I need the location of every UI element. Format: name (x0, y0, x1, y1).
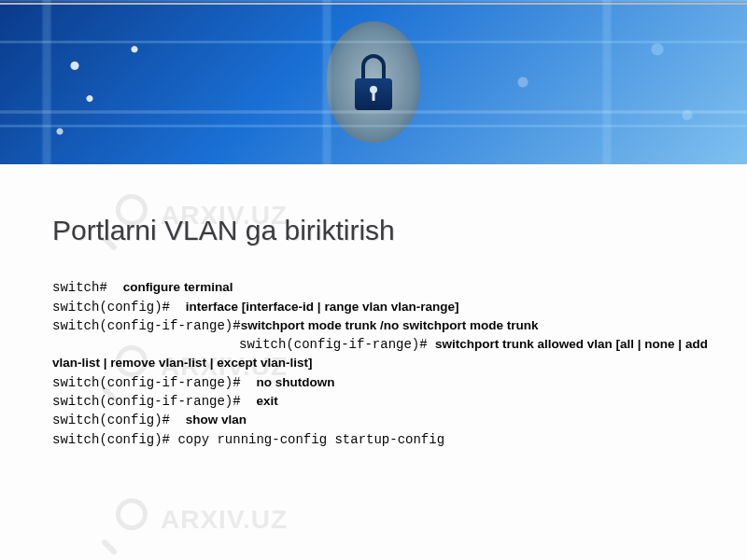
cli-command: no shutdown (256, 375, 334, 389)
cli-prompt: switch(config-if-range)# (52, 318, 241, 333)
cli-command: exit (256, 394, 277, 408)
cli-prompt: switch(config-if-range)# (52, 375, 256, 390)
command-listing: switch# configure terminal switch(config… (52, 259, 725, 468)
cli-line: switch(config-if-range)#switchport mode … (52, 318, 538, 333)
lock-panel (327, 21, 420, 143)
cli-prompt: switch(config)# (52, 413, 186, 427)
magnifier-icon (105, 498, 148, 541)
watermark: ARXIV.UZ (105, 498, 288, 541)
cli-prompt: switch# (52, 280, 123, 295)
cli-prompt: switch(config-if-range)# (239, 337, 435, 352)
cli-line: switch# configure terminal (52, 280, 233, 295)
banner-divider (0, 3, 747, 5)
cli-line: switch(config-if-range)# switchport trun… (52, 337, 708, 371)
cli-prompt: switch(config)# (52, 300, 186, 315)
slide-content: Portlarni VLAN ga biriktirish switch# co… (52, 215, 725, 468)
watermark-text: ARXIV.UZ (161, 505, 288, 535)
top-banner (0, 0, 747, 164)
cli-command: switchport mode trunk /no switchport mod… (241, 318, 539, 332)
cli-line: switch(config-if-range)# exit (52, 394, 278, 409)
cli-line: switch(config)# interface [interface-id … (52, 300, 458, 315)
cli-line: switch(config)# show vlan (52, 413, 247, 427)
cli-line: switch(config)# copy running-config star… (52, 432, 444, 447)
cli-prompt: switch(config-if-range)# (52, 394, 256, 409)
slide-title: Portlarni VLAN ga biriktirish (52, 215, 725, 246)
cli-line: switch(config-if-range)# no shutdown (52, 375, 334, 390)
cli-command: configure terminal (123, 280, 233, 294)
lock-icon (354, 54, 393, 110)
cli-command: show vlan (186, 413, 247, 427)
cli-command: interface [interface-id | range vlan vla… (186, 300, 459, 314)
